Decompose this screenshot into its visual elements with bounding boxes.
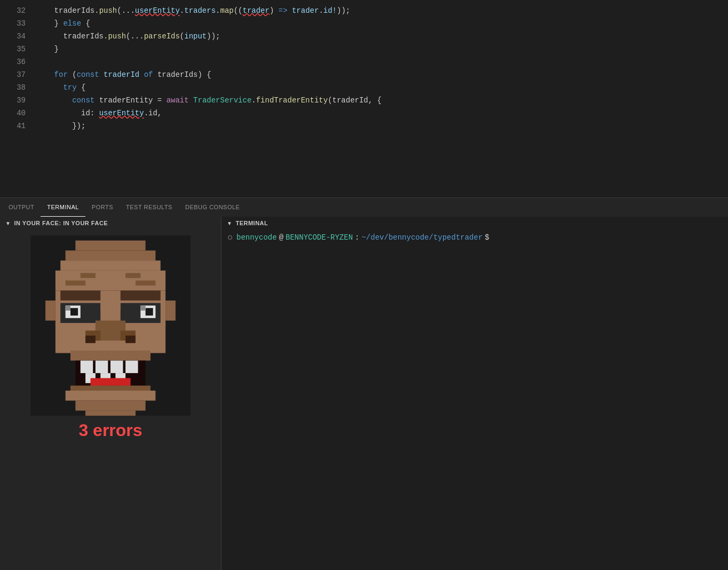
code-lines: traderIds.push(...userEntity.traders.map… [32,0,728,197]
svg-rect-10 [60,290,100,300]
svg-rect-44 [165,300,176,321]
line-numbers: 32 33 34 35 36 37 38 39 40 41 [0,0,32,197]
terminal-path: ~/dev/bennycode/typedtrader [361,232,482,243]
svg-rect-18 [146,308,153,315]
svg-rect-20 [140,306,145,311]
panel-tabs: OUTPUT TERMINAL PORTS TEST RESULTS DEBUG… [0,197,728,217]
svg-rect-26 [85,336,96,343]
terminal-panel: ▼ TERMINAL bennycode @ BENNYCODE-RYZEN :… [221,217,728,570]
terminal-content[interactable]: bennycode @ BENNYCODE-RYZEN : ~/dev/benn… [221,229,728,570]
face-panel-chevron: ▼ [5,220,11,226]
svg-rect-7 [66,281,86,286]
face-panel: ▼ IN YOUR FACE: IN YOUR FACE [0,217,221,570]
svg-rect-17 [70,308,78,315]
svg-rect-1 [75,241,145,251]
terminal-chevron: ▼ [227,220,232,226]
terminal-prompt: bennycode @ BENNYCODE-RYZEN : ~/dev/benn… [228,232,722,243]
code-editor: 32 33 34 35 36 37 38 39 40 41 traderIds.… [0,0,728,197]
svg-rect-21 [100,300,121,311]
svg-rect-11 [121,290,161,300]
tab-ports[interactable]: PORTS [85,198,120,217]
terminal-colon: : [355,232,359,243]
terminal-header: ▼ TERMINAL [221,217,728,229]
terminal-at: @ [279,232,283,243]
bottom-panel: ▼ IN YOUR FACE: IN YOUR FACE [0,217,728,570]
svg-rect-5 [81,273,96,278]
terminal-dollar: $ [485,232,489,243]
svg-rect-2 [66,250,156,260]
tab-test-results[interactable]: TEST RESULTS [120,198,179,217]
svg-rect-31 [96,361,108,373]
svg-rect-27 [125,336,136,343]
errors-count: 3 errors [78,421,142,440]
tab-debug-console[interactable]: DEBUG CONSOLE [179,198,246,217]
terminal-circle-icon [228,235,232,240]
tab-output[interactable]: OUTPUT [2,198,41,217]
doom-face [30,235,191,416]
svg-rect-3 [60,260,161,271]
terminal-title: TERMINAL [235,220,268,226]
svg-rect-6 [125,273,140,278]
face-content: 3 errors [0,229,221,570]
terminal-host: BENNYCODE-RYZEN [286,232,353,243]
svg-rect-8 [136,281,156,286]
svg-rect-19 [66,306,70,311]
svg-rect-30 [81,361,93,373]
svg-rect-45 [85,410,136,415]
tab-terminal[interactable]: TERMINAL [41,198,85,217]
face-panel-header: ▼ IN YOUR FACE: IN YOUR FACE [0,217,221,229]
svg-rect-40 [66,391,156,401]
svg-rect-43 [45,300,56,321]
svg-rect-33 [125,361,138,373]
svg-rect-41 [75,401,145,411]
svg-rect-28 [70,351,151,361]
face-panel-title: IN YOUR FACE: IN YOUR FACE [14,220,108,226]
terminal-user: bennycode [236,232,277,243]
svg-rect-32 [110,361,123,373]
